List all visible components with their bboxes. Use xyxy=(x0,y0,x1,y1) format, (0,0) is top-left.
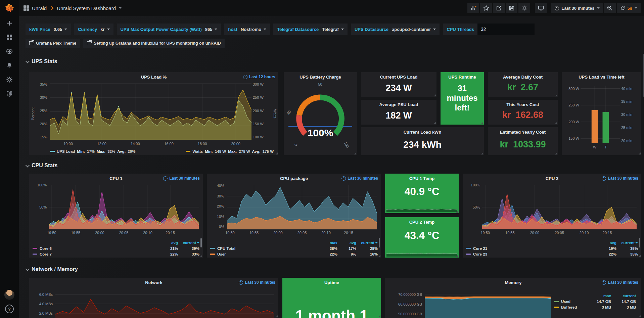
save-button[interactable] xyxy=(506,3,517,13)
panel-settings-button[interactable] xyxy=(518,3,530,13)
ups-load-chart[interactable] xyxy=(50,84,251,140)
panel-estimated-yearly-cost: Estimated Yearly Cost kr1033.99 xyxy=(488,127,558,155)
variable-telegraf-datasource[interactable]: Telegraf Datasource Telegraf xyxy=(273,24,348,35)
legend-item[interactable]: Used xyxy=(554,300,586,304)
variable-value[interactable]: Telegraf xyxy=(322,27,344,32)
panel-time-override[interactable]: Last 30 minutes xyxy=(341,176,378,181)
legend-value: 16% xyxy=(356,252,378,256)
panel-time-override[interactable]: Last 30 minutes xyxy=(602,176,638,181)
panel-title[interactable]: CPU 2 Temp xyxy=(385,220,459,225)
panel-title[interactable]: This Years Cost xyxy=(488,102,558,107)
sidebar-bottom: ? xyxy=(4,290,14,318)
panel-title[interactable]: Estimated Yearly Cost xyxy=(488,130,558,135)
chart-legend: max current Used 14.7 GB 14.7 GB Buffere… xyxy=(554,294,636,309)
share-button[interactable] xyxy=(493,3,505,13)
legend-col-avg[interactable]: avg xyxy=(598,241,616,245)
network-chart[interactable] xyxy=(55,290,274,318)
panel-title[interactable]: UPS Runtime xyxy=(441,75,484,80)
variable-value[interactable]: kr xyxy=(100,27,109,32)
legend-item-watts[interactable]: Watts Min:148 W Max:278 W Avg:175 W xyxy=(186,149,274,153)
configuration-gear-icon[interactable] xyxy=(0,73,19,87)
y-tick: 300 W xyxy=(565,87,579,91)
cpu-package-chart[interactable] xyxy=(227,185,377,229)
dashboard-grid-icon[interactable] xyxy=(24,5,29,11)
panel-title[interactable]: UPS Load vs Time left xyxy=(562,75,641,80)
memory-chart[interactable] xyxy=(425,292,551,318)
panel-time-override[interactable]: Last 30 minutes xyxy=(602,280,638,285)
section-cpu-stats[interactable]: CPU Stats xyxy=(26,163,57,169)
variable-currency[interactable]: Currency kr xyxy=(74,24,113,35)
legend-marker xyxy=(186,151,190,152)
variable-ups-max-output[interactable]: UPS Max Output Power Capacity (Watt) 865 xyxy=(117,24,221,35)
legend-item[interactable]: User xyxy=(210,252,319,256)
page-scrollbar[interactable] xyxy=(643,54,644,97)
panel-time-override[interactable]: Last 30 minutes xyxy=(163,176,200,181)
legend-item[interactable]: Buffered xyxy=(554,305,586,309)
user-avatar[interactable] xyxy=(4,290,14,300)
grafana-logo-icon[interactable] xyxy=(0,0,19,16)
cpu-threads-input[interactable]: 32 xyxy=(477,24,535,35)
legend-item[interactable]: CPU Total xyxy=(210,246,319,251)
time-range-picker[interactable]: Last 30 minutes xyxy=(551,3,603,13)
variable-value[interactable]: 0.65 xyxy=(54,27,67,32)
breadcrumb-app[interactable]: Unraid xyxy=(32,5,47,11)
title-caret-icon[interactable] xyxy=(119,7,122,9)
dashboards-icon[interactable] xyxy=(0,30,19,44)
panel-title[interactable]: Current Load kWh xyxy=(361,130,484,135)
panel-title[interactable]: CPU 1 Temp xyxy=(385,176,459,181)
section-ups-stats[interactable]: UPS Stats xyxy=(26,58,57,64)
refresh-picker[interactable]: 5s xyxy=(617,3,641,13)
legend-col-max[interactable]: max xyxy=(586,294,611,298)
legend-item[interactable]: Core 23 xyxy=(466,252,598,256)
add-panel-button[interactable] xyxy=(467,3,479,13)
legend-item[interactable]: Core 7 xyxy=(33,252,159,256)
panel-time-override[interactable]: Last 12 hours xyxy=(243,75,275,79)
legend-item[interactable]: Core 21 xyxy=(466,246,598,251)
panel-title[interactable]: Uptime xyxy=(282,280,381,285)
link-ups-monitoring-guide[interactable]: Setting up Grafana and InfluxDB for UPS … xyxy=(83,39,224,48)
cpu1-chart[interactable] xyxy=(49,185,199,229)
legend-scrollbar[interactable] xyxy=(639,238,640,247)
cpu2-chart[interactable] xyxy=(482,185,637,229)
panel-title[interactable]: UPS Load % xyxy=(29,75,278,80)
legend-col-current[interactable]: current xyxy=(616,241,638,245)
variable-value[interactable]: apcupsd-container xyxy=(392,27,436,32)
panel-title[interactable]: Average PSU Load xyxy=(361,102,436,107)
panel-title[interactable]: UPS Battery Charge xyxy=(284,75,357,80)
server-admin-shield-icon[interactable] xyxy=(0,87,19,101)
legend-item-ups-load[interactable]: UPS Load Min:17% Max:32% Avg:20% xyxy=(50,149,135,153)
variable-host[interactable]: host Nostromo xyxy=(224,24,270,35)
star-button[interactable] xyxy=(480,3,492,13)
legend-scrollbar[interactable] xyxy=(200,238,202,247)
legend-col-current[interactable]: current xyxy=(178,241,199,245)
variable-value[interactable]: Nostromo xyxy=(241,27,266,32)
legend-col-avg[interactable]: avg xyxy=(337,241,356,245)
page-title[interactable]: Unraid System Dashboard xyxy=(57,5,116,11)
panel-title[interactable]: Current UPS Load xyxy=(361,75,436,80)
section-network-memory[interactable]: Network / Memory xyxy=(26,266,78,272)
help-icon[interactable]: ? xyxy=(5,305,14,313)
legend-col-current[interactable]: current xyxy=(611,294,636,298)
legend-value: 22% xyxy=(319,252,337,256)
legend-item[interactable]: Core 6 xyxy=(33,246,159,251)
chart-legend: max avg current CPU Total 38% 17% 28% Us… xyxy=(210,241,378,256)
variable-kwh-price[interactable]: kWh Price 0.65 xyxy=(26,24,71,35)
legend-col-max[interactable]: max xyxy=(319,241,337,245)
variable-ups-datasource[interactable]: UPS Datasource apcupsd-container xyxy=(351,24,440,35)
alerting-bell-icon[interactable] xyxy=(0,58,19,73)
cycle-view-tv-button[interactable] xyxy=(535,3,547,13)
panel-time-override[interactable]: Last 30 minutes xyxy=(239,280,275,285)
variable-value[interactable]: 865 xyxy=(205,27,218,32)
y-tick: 100% xyxy=(34,183,47,187)
legend-col-current[interactable]: current xyxy=(356,241,378,245)
explore-compass-icon[interactable] xyxy=(0,44,19,58)
legend-col-avg[interactable]: avg xyxy=(159,241,178,245)
create-plus-icon[interactable] xyxy=(0,16,19,30)
chart-legend: avg current Core 6 21% 39% Core 7 22% 33… xyxy=(33,241,199,256)
link-grafana-plex-theme[interactable]: Grafana Plex Theme xyxy=(26,39,80,48)
legend-scrollbar[interactable] xyxy=(379,238,380,247)
zoom-out-button[interactable] xyxy=(604,3,616,13)
panel-title[interactable]: Average Daily Cost xyxy=(488,75,558,80)
ups-bars-chart[interactable] xyxy=(581,86,620,143)
stat-value: 31 minutes left! xyxy=(441,84,484,112)
